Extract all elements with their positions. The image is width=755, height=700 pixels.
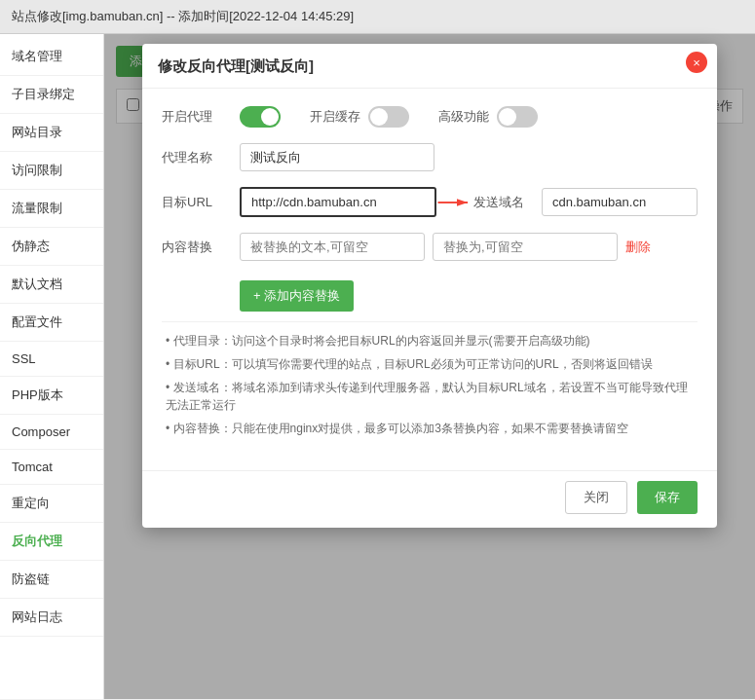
sidebar-item-redirect[interactable]: 重定向 <box>0 485 103 523</box>
modal-save-button[interactable]: 保存 <box>637 481 698 514</box>
sidebar-item-composer[interactable]: Composer <box>0 415 103 450</box>
add-replace-button[interactable]: + 添加内容替换 <box>240 280 354 312</box>
target-url-input[interactable] <box>240 187 436 217</box>
sidebar-item-subdir[interactable]: 子目录绑定 <box>0 76 103 114</box>
modal-overlay: 修改反向代理[测试反向] × 开启代理 <box>104 34 755 699</box>
modal-body: 开启代理 开启缓存 <box>142 89 717 470</box>
sidebar: 域名管理子目录绑定网站目录访问限制流量限制伪静态默认文档配置文件SSLPHP版本… <box>0 34 104 699</box>
note-item: 目标URL：可以填写你需要代理的站点，目标URL必须为可正常访问的URL，否则将… <box>162 355 698 373</box>
sidebar-item-php[interactable]: PHP版本 <box>0 377 103 415</box>
notes-section: 代理目录：访问这个目录时将会把目标URL的内容返回并显示(需要开启高级功能)目标… <box>162 321 698 453</box>
replace-to-input[interactable] <box>433 233 618 261</box>
sidebar-item-log[interactable]: 网站日志 <box>0 599 103 637</box>
replace-row: 内容替换 删除 <box>162 233 698 261</box>
replace-from-input[interactable] <box>240 233 425 261</box>
toggle-group: 开启缓存 高级功能 <box>240 106 538 128</box>
toggle-proxy-label: 开启代理 <box>162 108 240 126</box>
toggle-advanced[interactable] <box>497 106 538 128</box>
sidebar-item-hotlink[interactable]: 防盗链 <box>0 561 103 599</box>
toggle-advanced-label: 高级功能 <box>438 108 489 126</box>
red-arrow-annotation <box>436 193 473 212</box>
modal-dialog: 修改反向代理[测试反向] × 开启代理 <box>142 44 717 528</box>
modal-title: 修改反向代理[测试反向] <box>142 44 717 89</box>
note-item: 发送域名：将域名添加到请求头传递到代理服务器，默认为目标URL域名，若设置不当可… <box>162 379 698 414</box>
toggle-cache-item: 开启缓存 <box>310 106 409 128</box>
name-row: 代理名称 <box>162 143 698 171</box>
toggle-advanced-slider[interactable] <box>497 106 538 128</box>
url-row: 目标URL 发送域名 <box>162 187 698 217</box>
title-bar: 站点修改[img.bamuban.cn] -- 添加时间[2022-12-04 … <box>0 0 755 34</box>
modal-close-button[interactable]: × <box>686 52 707 73</box>
send-domain-input[interactable] <box>542 188 698 216</box>
toggle-row: 开启代理 开启缓存 <box>162 106 698 128</box>
sidebar-item-sitedir[interactable]: 网站目录 <box>0 114 103 152</box>
replace-inputs: 删除 <box>240 233 651 261</box>
toggle-advanced-item: 高级功能 <box>438 106 538 128</box>
replace-label: 内容替换 <box>162 239 240 256</box>
sidebar-item-config[interactable]: 配置文件 <box>0 304 103 342</box>
sidebar-item-domain[interactable]: 域名管理 <box>0 38 103 76</box>
toggle-proxy[interactable] <box>240 106 281 128</box>
sidebar-item-tomcat[interactable]: Tomcat <box>0 450 103 485</box>
sidebar-item-pseudo[interactable]: 伪静态 <box>0 228 103 266</box>
modal-footer: 关闭 保存 <box>142 470 717 528</box>
delete-replace-button[interactable]: 删除 <box>625 239 651 256</box>
toggle-proxy-slider[interactable] <box>240 106 281 128</box>
url-label: 目标URL <box>162 194 240 211</box>
toggle-proxy-item <box>240 106 281 128</box>
sidebar-item-ssl[interactable]: SSL <box>0 342 103 377</box>
domain-label: 发送域名 <box>473 194 542 211</box>
main-layout: 域名管理子目录绑定网站目录访问限制流量限制伪静态默认文档配置文件SSLPHP版本… <box>0 34 755 699</box>
name-label: 代理名称 <box>162 149 240 166</box>
toggle-cache-slider[interactable] <box>368 106 409 128</box>
toggle-cache-label: 开启缓存 <box>310 108 360 126</box>
add-replace-row: + 添加内容替换 <box>240 276 698 312</box>
sidebar-item-access[interactable]: 访问限制 <box>0 152 103 190</box>
title-text: 站点修改[img.bamuban.cn] -- 添加时间[2022-12-04 … <box>12 9 354 23</box>
note-item: 内容替换：只能在使用nginx对提供，最多可以添加3条替换内容，如果不需要替换请… <box>162 420 698 437</box>
toggle-cache[interactable] <box>368 106 409 128</box>
proxy-name-input[interactable] <box>240 143 434 171</box>
note-item: 代理目录：访问这个目录时将会把目标URL的内容返回并显示(需要开启高级功能) <box>162 332 698 350</box>
modal-footer-close-button[interactable]: 关闭 <box>565 481 627 514</box>
sidebar-item-default[interactable]: 默认文档 <box>0 266 103 304</box>
content-area: 添加反向代理 名称 代理目录 目标url 缓存 状态 操作 修改反向代理[测试反… <box>104 34 755 699</box>
sidebar-item-reverse[interactable]: 反向代理 <box>0 523 103 561</box>
sidebar-item-traffic[interactable]: 流量限制 <box>0 190 103 228</box>
